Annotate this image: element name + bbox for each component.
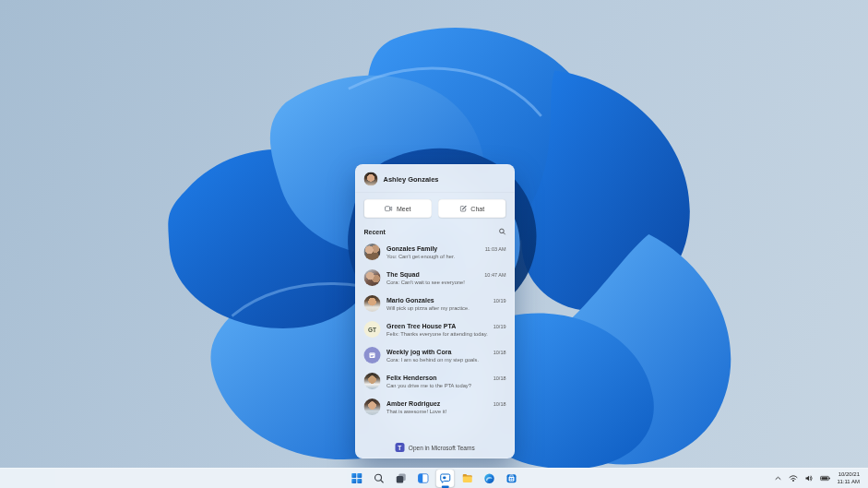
taskbar: 10/20/21 11:11 AM — [0, 468, 868, 488]
chat-icon — [439, 472, 451, 484]
chat-timestamp: 10/19 — [493, 298, 506, 304]
widgets-icon — [417, 472, 429, 484]
store-icon — [505, 472, 517, 484]
chat-name: Green Tree House PTA — [386, 322, 490, 329]
teams-logo-icon: T — [395, 443, 404, 452]
chat-name: Amber Rodriguez — [386, 399, 490, 407]
taskbar-clock[interactable]: 10/20/21 11:11 AM — [838, 471, 860, 486]
chat-list-item[interactable]: Amber Rodriguez 10/18 That is awesome! L… — [356, 394, 515, 420]
avatar-initials: GT — [368, 326, 376, 333]
start-button[interactable] — [348, 470, 366, 487]
file-explorer-button[interactable] — [458, 470, 477, 487]
user-avatar[interactable] — [364, 173, 378, 186]
task-view-button[interactable] — [392, 470, 410, 487]
taskbar-center-icons — [348, 469, 521, 488]
open-in-teams-button[interactable]: T Open in Microsoft Teams — [356, 437, 515, 458]
chat-avatar — [364, 295, 381, 312]
teams-chat-flyout: Ashley Gonzales Meet Chat Recent Gonzale… — [355, 164, 515, 458]
chat-list-item[interactable]: Gonzales Family 11:03 AM You: Can't get … — [356, 239, 515, 265]
recent-row: Recent — [364, 228, 506, 235]
video-camera-icon — [385, 206, 393, 212]
chat-button[interactable]: Chat — [438, 199, 506, 218]
chat-timestamp: 11:03 AM — [485, 246, 506, 252]
battery-icon[interactable] — [820, 476, 830, 482]
chat-preview: Cora: I am so behind on my step goals. — [386, 357, 506, 363]
store-button[interactable] — [503, 470, 521, 487]
volume-icon[interactable] — [805, 475, 814, 482]
search-button[interactable] — [370, 470, 388, 487]
chat-timestamp: 10/18 — [493, 375, 506, 381]
widgets-button[interactable] — [414, 470, 433, 487]
chat-preview: Felix: Thanks everyone for attending tod… — [386, 331, 506, 337]
edge-button[interactable] — [481, 470, 499, 487]
chat-preview: Will pick up pizza after my practice. — [386, 305, 506, 311]
chat-button-label: Chat — [470, 205, 484, 212]
chat-avatar — [364, 347, 381, 363]
chat-list-item[interactable]: The Squad 10:47 AM Cora: Can't wait to s… — [356, 265, 515, 291]
chat-avatar — [364, 244, 381, 260]
system-tray: 10/20/21 11:11 AM — [775, 469, 860, 488]
chat-list-item[interactable]: Weekly jog with Cora 10/18 Cora: I am so… — [356, 342, 515, 368]
chat-avatar — [364, 373, 381, 389]
tray-time: 11:11 AM — [838, 479, 860, 486]
recent-label: Recent — [364, 228, 386, 235]
action-row: Meet Chat — [364, 199, 506, 218]
chat-avatar — [364, 269, 381, 286]
chat-name: The Squad — [386, 270, 481, 278]
open-in-teams-label: Open in Microsoft Teams — [409, 444, 475, 451]
chat-avatar — [364, 399, 381, 415]
chat-timestamp: 10/18 — [493, 350, 506, 355]
chat-timestamp: 10:47 AM — [484, 272, 505, 278]
chat-name: Gonzales Family — [386, 244, 482, 252]
chat-taskbar-button[interactable] — [436, 470, 455, 487]
file-explorer-icon — [461, 472, 473, 484]
chat-list-item[interactable]: Felix Henderson 10/18 Can you drive me t… — [356, 368, 515, 394]
calendar-icon — [369, 351, 376, 359]
chat-avatar: GT — [364, 321, 381, 338]
chevron-up-icon[interactable] — [775, 476, 782, 482]
meet-button-label: Meet — [397, 205, 411, 212]
chat-preview: That is awesome! Love it! — [386, 409, 506, 414]
search-icon — [374, 473, 385, 484]
chat-timestamp: 10/18 — [493, 401, 506, 407]
compose-icon — [459, 205, 467, 212]
tray-date: 10/20/21 — [838, 471, 860, 479]
chat-name: Weekly jog with Cora — [386, 348, 490, 355]
chat-name: Felix Henderson — [386, 374, 490, 381]
chat-preview: Cora: Can't wait to see everyone! — [386, 280, 506, 285]
start-icon — [351, 472, 363, 484]
chat-list: Gonzales Family 11:03 AM You: Can't get … — [356, 238, 515, 437]
meet-button[interactable]: Meet — [364, 199, 433, 218]
task-view-icon — [395, 472, 407, 484]
edge-icon — [483, 472, 495, 484]
user-name: Ashley Gonzales — [384, 175, 439, 184]
chat-list-item[interactable]: Mario Gonzales 10/19 Will pick up pizza … — [356, 291, 515, 316]
wifi-icon[interactable] — [789, 475, 798, 482]
chat-list-item[interactable]: GT Green Tree House PTA 10/19 Felix: Tha… — [356, 316, 515, 342]
search-icon[interactable] — [499, 228, 506, 235]
chat-timestamp: 10/19 — [493, 324, 506, 329]
flyout-header: Ashley Gonzales — [356, 165, 515, 193]
chat-preview: Can you drive me to the PTA today? — [386, 383, 506, 388]
chat-name: Mario Gonzales — [386, 296, 490, 304]
chat-preview: You: Can't get enough of her. — [386, 254, 506, 259]
